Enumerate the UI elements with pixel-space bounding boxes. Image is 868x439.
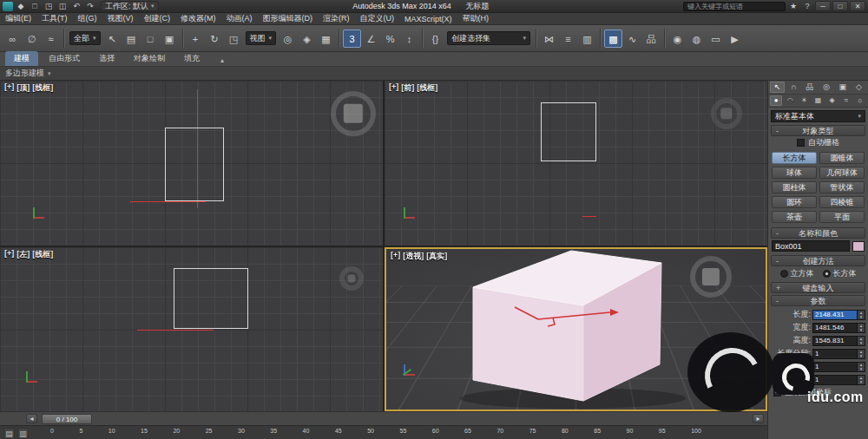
object-type-button[interactable]: 圆环 (772, 196, 817, 208)
ribbon-panel-strip[interactable]: 多边形建模 ▾ (0, 67, 868, 81)
material-editor-icon[interactable]: ◉ (668, 29, 687, 48)
align-icon[interactable]: ≡ (559, 29, 577, 48)
schematic-view-icon[interactable]: 品 (642, 29, 661, 48)
spinner-down-icon[interactable]: ▾ (858, 328, 865, 332)
viewport-shading-button[interactable]: [线框] (417, 82, 437, 94)
object-color-swatch[interactable] (852, 241, 865, 252)
next-frame-icon[interactable]: ▸ (753, 414, 764, 423)
menu-item[interactable]: 自定义(U) (355, 13, 400, 24)
bind-to-space-warp-icon[interactable]: ≈ (42, 29, 60, 48)
object-type-button[interactable]: 球体 (772, 167, 817, 179)
hierarchy-tab-icon[interactable]: 品 (803, 82, 818, 93)
helpers-icon[interactable]: ◈ (826, 95, 838, 106)
menu-item[interactable]: 动画(A) (221, 13, 258, 24)
viewport-menu-button[interactable]: [+] (4, 249, 14, 260)
selection-region-icon[interactable]: □ (141, 29, 160, 48)
select-and-move-icon[interactable]: + (187, 29, 205, 48)
rollout-name-color[interactable]: - 名称和颜色 (771, 227, 865, 239)
layer-manager-icon[interactable]: ▥ (578, 29, 596, 48)
undo-icon[interactable]: ↶ (70, 1, 82, 11)
trackbar-mode-icon[interactable]: ▥ (17, 428, 29, 439)
menu-item[interactable]: MAXScript(X) (399, 15, 457, 23)
spinner-down-icon[interactable]: ▾ (858, 315, 865, 319)
curve-editor-icon[interactable]: ∿ (623, 29, 641, 48)
parameter-value[interactable]: 1545.831 (813, 337, 857, 345)
box-wireframe[interactable] (541, 102, 596, 161)
space-warps-icon[interactable]: ≈ (840, 95, 852, 106)
mirror-icon[interactable]: ⋈ (540, 29, 558, 48)
rollout-parameters[interactable]: - 参数 (771, 295, 865, 306)
motion-tab-icon[interactable]: ◎ (819, 82, 833, 93)
viewcube[interactable] (690, 256, 732, 298)
viewport-shading-button[interactable]: [真实] (426, 251, 447, 262)
spinner-down-icon[interactable]: ▾ (858, 367, 865, 371)
spinner-control[interactable]: ▴ ▾ (857, 337, 865, 345)
parameter-input[interactable]: 1481.546 ▴ ▾ (812, 323, 865, 333)
new-scene-icon[interactable]: □ (29, 1, 41, 11)
parameter-input[interactable]: 1 ▴ ▾ (812, 375, 865, 385)
parameter-input[interactable]: 1545.831 ▴ ▾ (812, 336, 865, 346)
parameter-input[interactable]: 1 ▴ ▾ (812, 362, 865, 372)
ribbon-minimize-icon[interactable]: ▴ (217, 55, 227, 66)
spinner-control[interactable]: ▴ ▾ (857, 324, 865, 332)
display-tab-icon[interactable]: ▣ (835, 82, 850, 93)
select-and-rotate-icon[interactable]: ↻ (206, 29, 224, 48)
edit-named-sets-icon[interactable]: {} (426, 29, 444, 48)
menu-item[interactable]: 组(G) (73, 13, 102, 24)
viewport-left[interactable]: [+] [左] [线框] (0, 247, 383, 411)
create-tab-icon[interactable]: ↖ (770, 82, 785, 93)
redo-icon[interactable]: ↷ (84, 1, 96, 11)
menu-item[interactable]: 编辑(E) (0, 13, 36, 24)
autogrid-checkbox[interactable] (797, 139, 805, 147)
snap-toggle-3d-icon[interactable]: 3 (343, 29, 361, 48)
ribbon-tab[interactable]: 对象绘制 (125, 51, 174, 66)
creation-method-radio[interactable]: 立方体 (780, 268, 814, 279)
viewcube[interactable] (711, 98, 742, 129)
object-type-button[interactable]: 长方体 (772, 152, 817, 164)
menu-item[interactable]: 帮助(H) (457, 13, 495, 24)
time-slider[interactable]: ◂ 0 / 100 ▸ (0, 411, 767, 425)
menu-item[interactable]: 创建(C) (139, 13, 176, 24)
viewport-view-button[interactable]: [左] (16, 249, 30, 260)
menu-item[interactable]: 视图(V) (102, 13, 139, 24)
trackbar-filter-icon[interactable]: ▤ (3, 428, 15, 439)
rollout-object-type[interactable]: - 对象类型 (771, 125, 865, 136)
viewport-top[interactable]: [+] [顶] [线框] (0, 81, 383, 246)
spinner-down-icon[interactable]: ▾ (858, 354, 865, 358)
sign-in-icon[interactable]: ★ (787, 1, 799, 11)
select-object-icon[interactable]: ↖ (103, 29, 122, 48)
parameter-value[interactable]: 1 (813, 363, 857, 371)
viewport-menu-button[interactable]: [+] (389, 82, 398, 94)
unlink-selection-icon[interactable]: ∅ (23, 29, 41, 48)
use-pivot-point-icon[interactable]: ◎ (279, 29, 297, 48)
render-setup-icon[interactable]: ◍ (687, 29, 706, 48)
lights-icon[interactable]: ☀ (798, 95, 810, 106)
viewport-shading-button[interactable]: [线框] (32, 249, 53, 260)
window-crossing-icon[interactable]: ▣ (161, 29, 179, 48)
spinner-control[interactable]: ▴ ▾ (857, 376, 865, 384)
object-type-button[interactable]: 管状体 (819, 181, 865, 193)
viewport-view-button[interactable]: [透视] (403, 251, 424, 262)
application-menu-icon[interactable]: ◆ (15, 1, 27, 11)
minimize-button[interactable]: ─ (815, 1, 831, 11)
viewport-view-button[interactable]: [顶] (16, 82, 30, 94)
ribbon-tab[interactable]: 自由形式 (40, 51, 89, 66)
box-wireframe[interactable] (165, 128, 224, 201)
spinner-control[interactable]: ▴ ▾ (857, 311, 865, 319)
object-type-button[interactable]: 圆锥体 (819, 152, 865, 164)
shapes-icon[interactable]: ◠ (784, 95, 796, 106)
angle-snap-icon[interactable]: ∠ (362, 29, 380, 48)
object-type-button[interactable]: 圆柱体 (772, 181, 817, 193)
rendered-frame-icon[interactable]: ▭ (707, 29, 725, 48)
parameter-value[interactable]: 2148.431 (813, 311, 857, 319)
viewcube[interactable] (339, 266, 364, 291)
select-and-scale-icon[interactable]: ◳ (225, 29, 243, 48)
render-production-icon[interactable]: ▶ (726, 29, 744, 48)
ribbon-tab[interactable]: 选择 (90, 51, 123, 66)
object-type-button[interactable]: 四棱锥 (819, 196, 865, 208)
workspace-selector[interactable]: 工作区: 默认 ▾ (101, 1, 159, 11)
ribbon-tab[interactable]: 填充 (175, 51, 208, 66)
spinner-control[interactable]: ▴ ▾ (857, 363, 865, 371)
menu-item[interactable]: 渲染(R) (318, 13, 355, 24)
track-bar[interactable]: ▤▥ 0510152025303540455055606570758085909… (0, 425, 767, 439)
